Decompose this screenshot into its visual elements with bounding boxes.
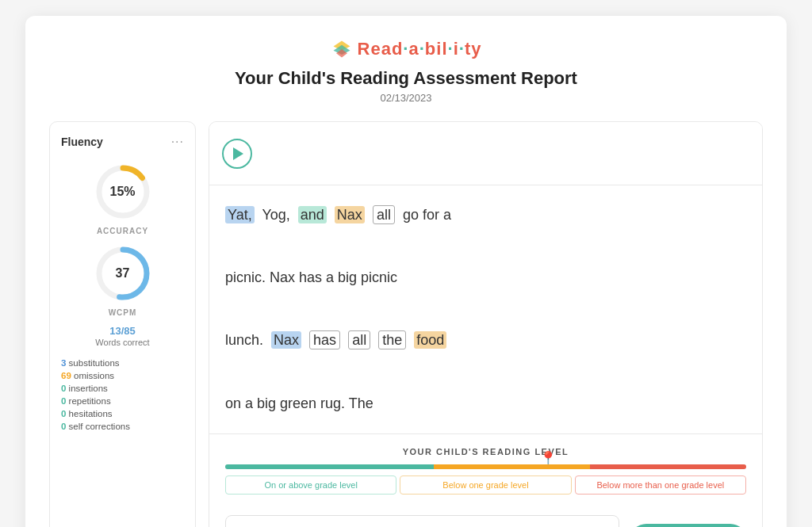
accuracy-gauge: 15% ACCURACY — [61, 160, 184, 235]
stat-hesitations: 0 hesitations — [61, 409, 184, 418]
level-labels: On or above grade level Below one grade … — [225, 475, 746, 495]
right-panel: Yat, Yog, and Nax all go for a picnic. N… — [209, 121, 763, 527]
logo-area: Read·a·bil·i·ty — [49, 38, 763, 60]
main-content: Fluency ··· 15% ACCURACY — [49, 121, 763, 527]
level-label-red: Below more than one grade level — [575, 475, 746, 495]
wcpm-label: WCPM — [109, 308, 137, 317]
stat-num-insertions: 0 — [61, 384, 66, 393]
stat-omissions: 69 omissions — [61, 371, 184, 380]
reading-text: Yat, Yog, and Nax all go for a picnic. N… — [225, 200, 746, 419]
stat-num-omissions: 69 — [61, 371, 71, 380]
logo-icon — [331, 38, 353, 60]
trial-button[interactable]: Start FREE Trial — [630, 524, 746, 527]
level-label-green: On or above grade level — [225, 475, 396, 495]
stat-substitutions: 3 substitutions — [61, 358, 184, 368]
word-has: has — [309, 330, 340, 349]
word-picnic1: picnic. Nax has a big picnic — [225, 269, 397, 285]
word-go: go for a — [403, 207, 451, 223]
word-all2: all — [348, 330, 370, 349]
stat-num-substitutions: 3 — [61, 358, 66, 368]
stat-num-hesitations: 0 — [61, 409, 66, 418]
stat-num-repetitions: 0 — [61, 396, 66, 406]
reading-level-title: YOUR CHILD'S READING LEVEL — [225, 447, 746, 456]
level-bar-track — [225, 464, 746, 469]
word-the1: the — [378, 330, 406, 349]
play-icon — [233, 147, 243, 160]
word-lunch: lunch. — [225, 332, 263, 348]
text-area: Yat, Yog, and Nax all go for a picnic. N… — [209, 185, 762, 434]
level-bar-container: 📍 — [225, 464, 746, 469]
report-date: 02/13/2023 — [49, 92, 763, 104]
reading-level-section: YOUR CHILD'S READING LEVEL 📍 On or above… — [209, 434, 762, 506]
page-container: Read·a·bil·i·ty Your Child's Reading Ass… — [25, 16, 787, 527]
waveform-area — [209, 122, 762, 185]
fluency-header: Fluency ··· — [61, 135, 184, 149]
word-on: on a big green rug. The — [225, 395, 373, 411]
level-bar-red — [590, 464, 746, 469]
stat-insertions: 0 insertions — [61, 384, 184, 393]
accuracy-label: ACCURACY — [97, 227, 148, 235]
word-and: and — [298, 206, 327, 223]
logo-text: Read·a·bil·i·ty — [358, 39, 482, 59]
dots-menu[interactable]: ··· — [171, 135, 184, 149]
stat-self-corrections: 0 self corrections — [61, 422, 184, 431]
words-correct: 13/85 Words correct — [61, 323, 184, 347]
word-nax2: Nax — [271, 331, 301, 349]
word-yog: Yog, — [262, 207, 289, 223]
wcpm-value: 37 — [116, 266, 130, 281]
stat-repetitions: 0 repetitions — [61, 396, 184, 406]
word-nax1: Nax — [335, 206, 365, 223]
fluency-panel: Fluency ··· 15% ACCURACY — [49, 121, 196, 527]
recommendation-text: We recommend daily practice to improve y… — [237, 524, 607, 527]
stats-list: 3 substitutions 69 omissions 0 insertion… — [61, 358, 184, 431]
level-label-orange: Below one grade level — [400, 475, 571, 495]
waveform-visual — [262, 134, 749, 174]
word-food: food — [414, 331, 446, 349]
word-all1: all — [373, 205, 395, 224]
recommendation-section: We recommend daily practice to improve y… — [209, 506, 762, 527]
level-bar-orange — [434, 464, 590, 469]
word-yat: Yat, — [225, 206, 255, 223]
play-button[interactable] — [222, 139, 252, 169]
wcpm-gauge: 37 WCPM — [61, 242, 184, 317]
level-bar-green — [225, 464, 434, 469]
words-correct-fraction: 13/85 — [109, 325, 136, 337]
report-title: Your Child's Reading Assessment Report — [49, 68, 763, 89]
header: Read·a·bil·i·ty Your Child's Reading Ass… — [49, 38, 763, 104]
stat-num-self-corrections: 0 — [61, 422, 66, 431]
accuracy-value: 15% — [109, 185, 135, 199]
words-correct-label: Words correct — [61, 338, 184, 347]
recommendation-text-box: We recommend daily practice to improve y… — [225, 515, 619, 527]
fluency-title: Fluency — [61, 136, 103, 148]
